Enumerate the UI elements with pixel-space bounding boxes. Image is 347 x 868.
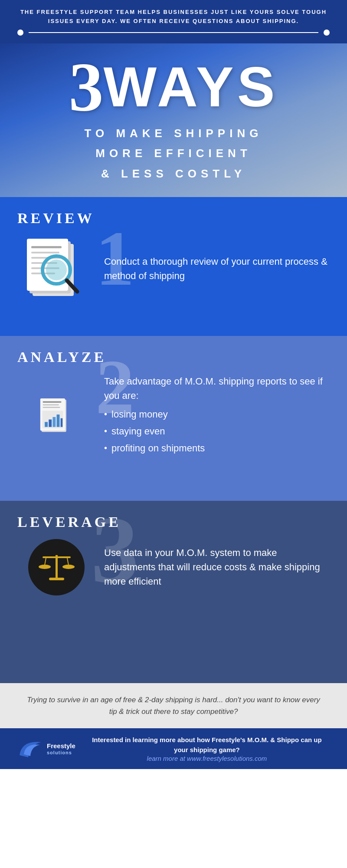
leverage-watermark-number: 3: [91, 502, 139, 598]
header-text: The Freestyle Support Team helps busines…: [17, 8, 330, 26]
review-text: Conduct a thorough review of your curren…: [104, 254, 330, 283]
review-watermark-number: 1: [95, 220, 134, 298]
svg-rect-15: [43, 401, 62, 403]
hero-content: 3WAYS TO MAKE SHIPPING MORE EFFICIENT & …: [69, 52, 278, 184]
svg-rect-25: [49, 578, 64, 580]
review-number-text-area: 1 Conduct a thorough review of your curr…: [104, 254, 330, 283]
svg-rect-23: [61, 418, 63, 427]
hero-number: 3: [69, 52, 104, 122]
logo-solutions: solutions: [47, 750, 75, 756]
svg-line-28: [67, 558, 69, 565]
footer-link-line: learn more at www.freestylesolutions.com: [84, 755, 330, 762]
section-review: REVIEW 1: [0, 197, 347, 336]
logo-text-area: Freestyle solutions: [47, 742, 75, 756]
divider-line: [29, 32, 318, 33]
section-leverage: LEVERAGE: [0, 501, 347, 683]
footer-cta-text-area: Interested in learning more about how Fr…: [84, 735, 330, 762]
svg-point-30: [62, 565, 75, 569]
leverage-number-text-area: 3 Use data in your M.O.M. system to make…: [104, 546, 330, 589]
freestyle-logo: Freestyle solutions: [17, 738, 75, 760]
svg-rect-17: [43, 407, 60, 408]
divider-circle-left: [17, 30, 23, 36]
header-divider: [17, 30, 330, 36]
footer-quote-text: Trying to survive in an age of free & 2-…: [26, 694, 321, 717]
analyze-label: ANALYZE: [17, 349, 330, 365]
svg-rect-3: [31, 246, 62, 248]
analyze-content: 2 Take advantage of M.O.M. shipping repo…: [17, 374, 330, 458]
svg-point-29: [39, 565, 51, 569]
hero-section: 3WAYS TO MAKE SHIPPING MORE EFFICIENT & …: [0, 43, 347, 197]
bullet-profiting: profiting on shipments: [104, 441, 205, 455]
header-section: The Freestyle Support Team helps busines…: [0, 0, 347, 43]
analyze-intro: Take advantage of M.O.M. shipping report…: [104, 374, 330, 403]
logo-freestyle: Freestyle: [47, 742, 75, 750]
svg-line-27: [45, 558, 46, 565]
leverage-icon-area: [17, 539, 95, 595]
footer-quote-section: Trying to survive in an age of free & 2-…: [0, 683, 347, 728]
footer-cta-section: Freestyle solutions Interested in learni…: [0, 728, 347, 769]
hero-subtitle: TO MAKE SHIPPING MORE EFFICIENT & LESS C…: [69, 123, 278, 184]
svg-rect-16: [43, 404, 59, 405]
divider-circle-right: [324, 30, 330, 36]
hero-ways: WAYS: [104, 59, 278, 115]
svg-rect-20: [49, 420, 52, 427]
svg-point-12: [46, 260, 67, 280]
review-icon: [26, 235, 87, 302]
scales-circle: [28, 539, 85, 595]
review-label: REVIEW: [17, 210, 330, 227]
subtitle-line1: TO MAKE SHIPPING: [69, 123, 278, 144]
hero-title-row: 3WAYS: [69, 52, 278, 122]
svg-rect-19: [45, 422, 48, 427]
footer-bold-line: Interested in learning more about how Fr…: [84, 735, 330, 755]
svg-rect-26: [43, 556, 71, 558]
subtitle-line3: & LESS COSTLY: [69, 164, 278, 184]
svg-rect-4: [31, 252, 59, 253]
svg-rect-22: [57, 415, 60, 427]
svg-rect-21: [52, 417, 56, 427]
scales-icon: [38, 549, 75, 585]
section-analyze: ANALYZE 2 Take advantag: [0, 336, 347, 501]
analyze-icon: [35, 398, 78, 433]
analyze-icon-area: [17, 398, 95, 433]
svg-rect-24: [56, 555, 58, 579]
review-content: 1 Conduct a thorough review of your curr…: [17, 235, 330, 302]
leverage-label: LEVERAGE: [17, 514, 330, 530]
review-icon-area: [17, 235, 95, 302]
subtitle-line2: MORE EFFICIENT: [69, 143, 278, 164]
analyze-watermark-number: 2: [95, 348, 134, 426]
leverage-content: 3 Use data in your M.O.M. system to make…: [17, 539, 330, 595]
analyze-number-text-area: 2 Take advantage of M.O.M. shipping repo…: [104, 374, 330, 458]
logo-swoosh-icon: [17, 738, 43, 760]
